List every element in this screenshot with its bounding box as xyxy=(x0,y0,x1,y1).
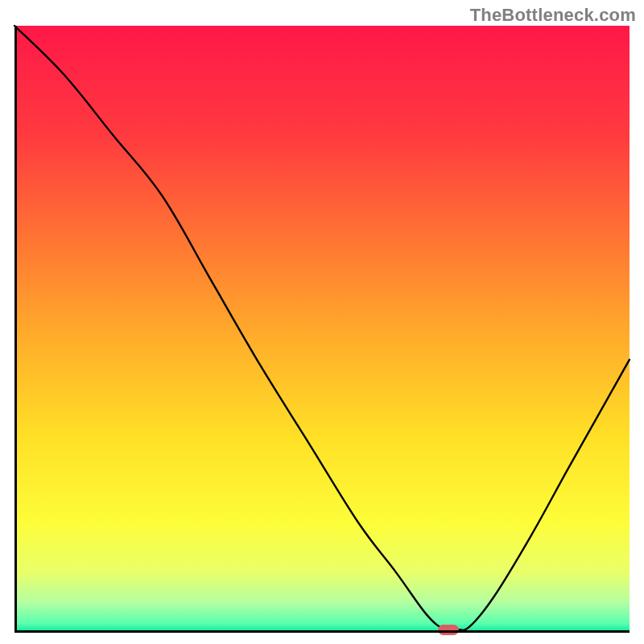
gradient-rect xyxy=(14,26,630,633)
gradient-background xyxy=(14,26,630,633)
plot-svg xyxy=(14,26,630,633)
watermark-text: TheBottleneck.com xyxy=(470,5,636,26)
plot-area xyxy=(14,26,630,633)
